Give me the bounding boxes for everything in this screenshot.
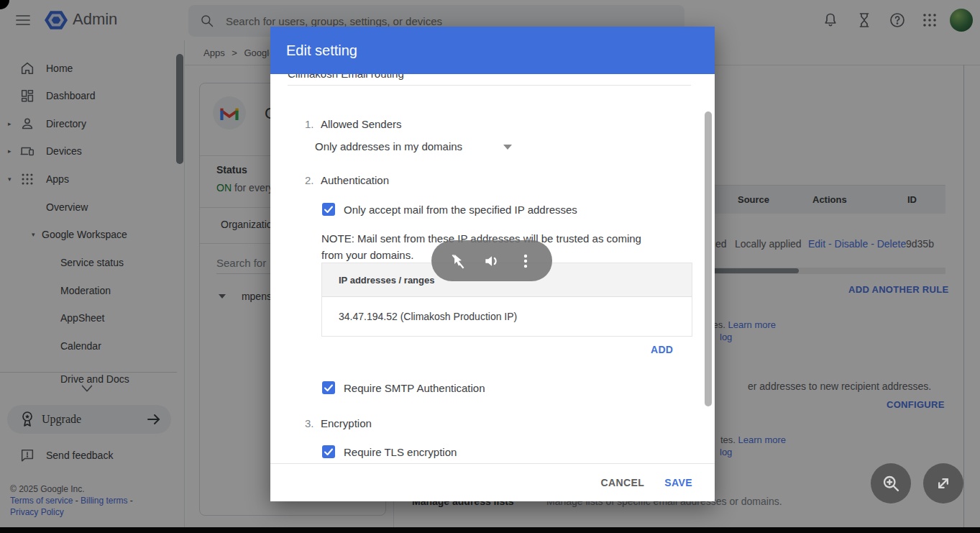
cancel-button[interactable]: CANCEL: [601, 477, 645, 488]
expand-icon: [933, 473, 953, 493]
check-icon: [323, 382, 334, 393]
section-allowed-senders: 1. Allowed Senders: [305, 118, 402, 131]
screen-letterbox-bar: [0, 527, 980, 533]
checkbox-label: Require SMTP Authentication: [344, 382, 485, 394]
zoom-in-icon: [881, 473, 901, 493]
ip-address-value: 34.47.194.52 (Climakosh Production IP): [339, 311, 517, 322]
checkbox-label: Only accept mail from the specified IP a…: [344, 204, 577, 216]
section-label: Allowed Senders: [321, 118, 402, 130]
section-authentication: 2. Authentication: [305, 174, 389, 187]
section-label: Encryption: [321, 417, 372, 429]
section-number: 3.: [305, 417, 314, 429]
dialog-title: Edit setting: [286, 42, 357, 59]
dropdown-value: Only addresses in my domains: [315, 140, 462, 152]
check-icon: [323, 446, 334, 457]
add-ip-button[interactable]: ADD: [651, 344, 673, 355]
checkbox-require-smtp[interactable]: [322, 381, 335, 394]
ip-table-row[interactable]: 34.47.194.52 (Climakosh Production IP): [322, 297, 692, 336]
section-number: 2.: [305, 174, 314, 186]
check-icon: [323, 204, 334, 215]
fullscreen-button[interactable]: [923, 463, 963, 504]
modal-scrollbar[interactable]: [705, 111, 712, 406]
more-vertical-icon[interactable]: [516, 252, 535, 270]
checkbox-require-tls[interactable]: [322, 445, 335, 458]
dialog-footer: CANCEL SAVE: [270, 463, 715, 501]
pointer-disabled-icon[interactable]: [449, 252, 467, 270]
ip-table-header-label: IP addresses / ranges: [339, 275, 434, 286]
volume-icon[interactable]: [482, 252, 501, 270]
admin-console-screen: Admin Home Dashboard ▸ Directory ▸ Devic…: [0, 0, 980, 533]
section-encryption: 3. Encryption: [305, 417, 372, 430]
section-label: Authentication: [321, 174, 389, 186]
dialog-header: Edit setting: [270, 27, 715, 74]
zoom-in-button[interactable]: [871, 463, 911, 504]
allowed-senders-dropdown[interactable]: Only addresses in my domains: [315, 140, 523, 153]
checkbox-only-accept-ip[interactable]: [322, 203, 335, 216]
section-number: 1.: [305, 118, 314, 130]
dropdown-arrow-icon: [503, 145, 512, 150]
save-button[interactable]: SAVE: [664, 477, 692, 488]
checkbox-label: Require TLS encryption: [344, 446, 457, 458]
recording-controls-pill: [431, 240, 552, 281]
